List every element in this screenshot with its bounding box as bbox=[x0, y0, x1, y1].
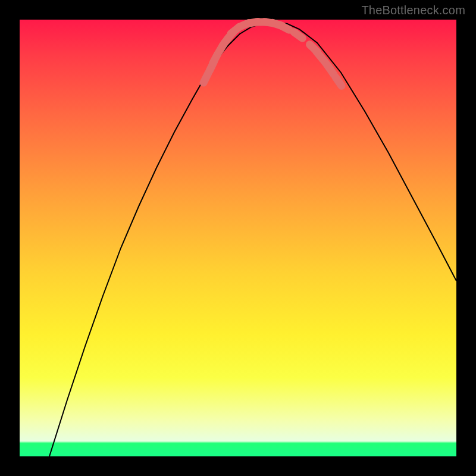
curve-marker bbox=[294, 32, 303, 38]
curve-marker bbox=[336, 77, 342, 86]
chart-frame: TheBottleneck.com bbox=[0, 0, 476, 476]
curve-marker bbox=[213, 54, 218, 63]
bottleneck-curve bbox=[20, 20, 456, 456]
curve-marker bbox=[328, 66, 334, 75]
attribution-text: TheBottleneck.com bbox=[361, 4, 465, 17]
curve-path bbox=[49, 22, 456, 456]
curve-markers bbox=[203, 21, 342, 86]
chart-plot-area bbox=[20, 20, 456, 456]
curve-marker bbox=[203, 73, 208, 83]
curve-marker bbox=[280, 25, 289, 30]
